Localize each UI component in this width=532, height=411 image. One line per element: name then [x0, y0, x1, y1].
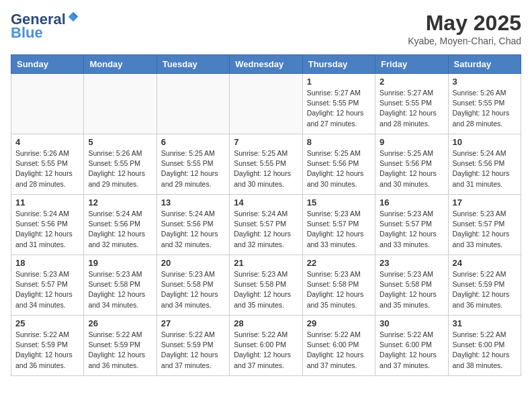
day-number: 11	[15, 197, 79, 208]
calendar-header: SundayMondayTuesdayWednesdayThursdayFrid…	[11, 55, 521, 74]
calendar-cell: 17Sunrise: 5:23 AM Sunset: 5:57 PM Dayli…	[448, 195, 521, 255]
day-number: 16	[380, 197, 443, 208]
day-info: Sunrise: 5:23 AM Sunset: 5:58 PM Dayligh…	[161, 269, 225, 310]
calendar-cell: 19Sunrise: 5:23 AM Sunset: 5:58 PM Dayli…	[84, 255, 157, 316]
calendar-cell: 31Sunrise: 5:22 AM Sunset: 6:00 PM Dayli…	[448, 316, 521, 376]
day-number: 15	[307, 197, 371, 208]
day-info: Sunrise: 5:24 AM Sunset: 5:57 PM Dayligh…	[234, 209, 298, 250]
day-info: Sunrise: 5:24 AM Sunset: 5:56 PM Dayligh…	[453, 148, 517, 189]
day-info: Sunrise: 5:25 AM Sunset: 5:55 PM Dayligh…	[161, 148, 225, 189]
calendar-cell: 3Sunrise: 5:26 AM Sunset: 5:55 PM Daylig…	[448, 74, 521, 134]
location: Kyabe, Moyen-Chari, Chad	[408, 36, 521, 46]
calendar-cell: 12Sunrise: 5:24 AM Sunset: 5:56 PM Dayli…	[84, 195, 157, 255]
weekday-header: Thursday	[302, 55, 375, 74]
day-number: 27	[161, 318, 225, 328]
logo: General Blue	[11, 11, 79, 42]
weekday-header: Monday	[84, 55, 157, 74]
day-info: Sunrise: 5:23 AM Sunset: 5:58 PM Dayligh…	[307, 269, 371, 310]
day-number: 29	[307, 318, 371, 328]
day-info: Sunrise: 5:24 AM Sunset: 5:56 PM Dayligh…	[161, 209, 225, 250]
day-info: Sunrise: 5:26 AM Sunset: 5:55 PM Dayligh…	[15, 148, 79, 189]
day-number: 5	[88, 137, 152, 147]
calendar-cell: 30Sunrise: 5:22 AM Sunset: 6:00 PM Dayli…	[375, 316, 448, 376]
day-number: 31	[453, 318, 517, 328]
calendar-cell: 23Sunrise: 5:23 AM Sunset: 5:58 PM Dayli…	[375, 255, 448, 316]
calendar-cell: 29Sunrise: 5:22 AM Sunset: 6:00 PM Dayli…	[302, 316, 375, 376]
day-number: 4	[15, 137, 79, 147]
day-number: 14	[234, 197, 298, 208]
day-info: Sunrise: 5:26 AM Sunset: 5:55 PM Dayligh…	[453, 88, 517, 129]
calendar-week-row: 4Sunrise: 5:26 AM Sunset: 5:55 PM Daylig…	[11, 134, 521, 195]
calendar-cell: 25Sunrise: 5:22 AM Sunset: 5:59 PM Dayli…	[11, 316, 84, 376]
weekday-header: Sunday	[11, 55, 84, 74]
day-info: Sunrise: 5:22 AM Sunset: 6:00 PM Dayligh…	[307, 330, 371, 371]
calendar-cell: 1Sunrise: 5:27 AM Sunset: 5:55 PM Daylig…	[302, 74, 375, 134]
day-info: Sunrise: 5:24 AM Sunset: 5:56 PM Dayligh…	[15, 209, 79, 250]
weekday-header: Wednesday	[230, 55, 302, 74]
day-info: Sunrise: 5:22 AM Sunset: 6:00 PM Dayligh…	[234, 330, 298, 371]
calendar-week-row: 11Sunrise: 5:24 AM Sunset: 5:56 PM Dayli…	[11, 195, 521, 255]
day-info: Sunrise: 5:27 AM Sunset: 5:55 PM Dayligh…	[307, 88, 371, 129]
weekday-header: Friday	[375, 55, 448, 74]
day-number: 18	[15, 258, 79, 268]
calendar-cell: 9Sunrise: 5:25 AM Sunset: 5:56 PM Daylig…	[375, 134, 448, 195]
day-number: 9	[380, 137, 443, 147]
day-number: 8	[307, 137, 371, 147]
calendar-cell	[230, 74, 302, 134]
day-number: 28	[234, 318, 298, 328]
calendar-week-row: 25Sunrise: 5:22 AM Sunset: 5:59 PM Dayli…	[11, 316, 521, 376]
day-number: 26	[88, 318, 152, 328]
day-number: 10	[453, 137, 517, 147]
day-info: Sunrise: 5:27 AM Sunset: 5:55 PM Dayligh…	[380, 88, 443, 129]
day-number: 23	[380, 258, 443, 268]
day-number: 7	[234, 137, 298, 147]
day-number: 17	[453, 197, 517, 208]
day-info: Sunrise: 5:25 AM Sunset: 5:55 PM Dayligh…	[234, 148, 298, 189]
calendar-cell: 22Sunrise: 5:23 AM Sunset: 5:58 PM Dayli…	[302, 255, 375, 316]
day-number: 13	[161, 197, 225, 208]
calendar-cell: 15Sunrise: 5:23 AM Sunset: 5:57 PM Dayli…	[302, 195, 375, 255]
calendar-cell: 4Sunrise: 5:26 AM Sunset: 5:55 PM Daylig…	[11, 134, 84, 195]
calendar-cell: 7Sunrise: 5:25 AM Sunset: 5:55 PM Daylig…	[230, 134, 302, 195]
day-number: 1	[307, 77, 371, 87]
day-info: Sunrise: 5:23 AM Sunset: 5:57 PM Dayligh…	[380, 209, 443, 250]
calendar-cell: 6Sunrise: 5:25 AM Sunset: 5:55 PM Daylig…	[157, 134, 229, 195]
calendar-cell: 24Sunrise: 5:22 AM Sunset: 5:59 PM Dayli…	[448, 255, 521, 316]
calendar-cell: 26Sunrise: 5:22 AM Sunset: 5:59 PM Dayli…	[84, 316, 157, 376]
page-header: General Blue May 2025 Kyabe, Moyen-Chari…	[11, 11, 521, 46]
day-info: Sunrise: 5:22 AM Sunset: 5:59 PM Dayligh…	[161, 330, 225, 371]
day-number: 24	[453, 258, 517, 268]
logo-blue: Blue	[11, 24, 43, 42]
day-info: Sunrise: 5:25 AM Sunset: 5:56 PM Dayligh…	[380, 148, 443, 189]
day-number: 25	[15, 318, 79, 328]
day-info: Sunrise: 5:25 AM Sunset: 5:56 PM Dayligh…	[307, 148, 371, 189]
calendar-cell: 2Sunrise: 5:27 AM Sunset: 5:55 PM Daylig…	[375, 74, 448, 134]
weekday-header: Saturday	[448, 55, 521, 74]
day-info: Sunrise: 5:23 AM Sunset: 5:57 PM Dayligh…	[15, 269, 79, 310]
day-info: Sunrise: 5:23 AM Sunset: 5:58 PM Dayligh…	[234, 269, 298, 310]
title-area: May 2025 Kyabe, Moyen-Chari, Chad	[408, 11, 521, 46]
calendar-cell: 28Sunrise: 5:22 AM Sunset: 6:00 PM Dayli…	[230, 316, 302, 376]
day-info: Sunrise: 5:22 AM Sunset: 6:00 PM Dayligh…	[380, 330, 443, 371]
calendar-week-row: 1Sunrise: 5:27 AM Sunset: 5:55 PM Daylig…	[11, 74, 521, 134]
day-info: Sunrise: 5:23 AM Sunset: 5:57 PM Dayligh…	[307, 209, 371, 250]
calendar-table: SundayMondayTuesdayWednesdayThursdayFrid…	[11, 54, 521, 376]
day-number: 2	[380, 77, 443, 87]
day-info: Sunrise: 5:22 AM Sunset: 5:59 PM Dayligh…	[88, 330, 152, 371]
day-number: 19	[88, 258, 152, 268]
day-number: 30	[380, 318, 443, 328]
day-info: Sunrise: 5:22 AM Sunset: 6:00 PM Dayligh…	[453, 330, 517, 371]
calendar-cell	[157, 74, 229, 134]
day-number: 12	[88, 197, 152, 208]
calendar-cell: 13Sunrise: 5:24 AM Sunset: 5:56 PM Dayli…	[157, 195, 229, 255]
calendar-cell: 10Sunrise: 5:24 AM Sunset: 5:56 PM Dayli…	[448, 134, 521, 195]
calendar-cell: 14Sunrise: 5:24 AM Sunset: 5:57 PM Dayli…	[230, 195, 302, 255]
calendar-cell: 20Sunrise: 5:23 AM Sunset: 5:58 PM Dayli…	[157, 255, 229, 316]
calendar-cell: 18Sunrise: 5:23 AM Sunset: 5:57 PM Dayli…	[11, 255, 84, 316]
calendar-cell	[84, 74, 157, 134]
day-info: Sunrise: 5:26 AM Sunset: 5:55 PM Dayligh…	[88, 148, 152, 189]
day-info: Sunrise: 5:22 AM Sunset: 5:59 PM Dayligh…	[15, 330, 79, 371]
day-info: Sunrise: 5:23 AM Sunset: 5:58 PM Dayligh…	[380, 269, 443, 310]
calendar-cell: 5Sunrise: 5:26 AM Sunset: 5:55 PM Daylig…	[84, 134, 157, 195]
weekday-header: Tuesday	[157, 55, 229, 74]
